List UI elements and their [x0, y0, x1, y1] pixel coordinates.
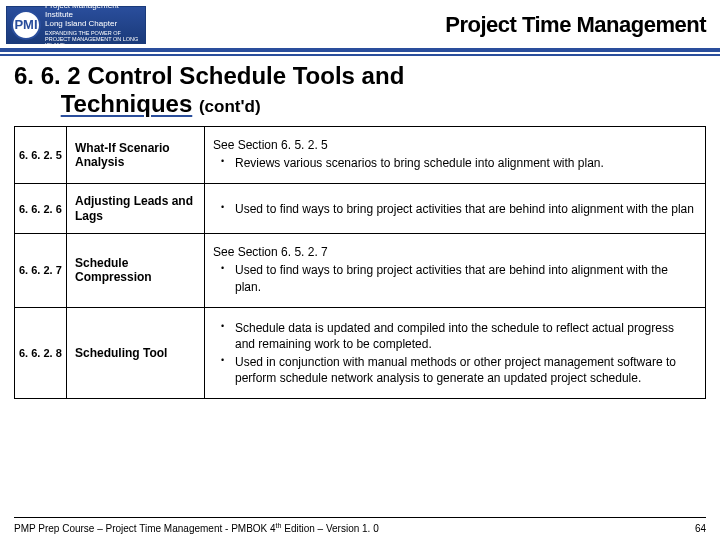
tool-name: Adjusting Leads and Lags [67, 184, 205, 234]
table-row: 6. 6. 2. 7Schedule CompressionSee Sectio… [15, 234, 706, 308]
tool-description: Schedule data is updated and compiled in… [205, 307, 706, 399]
bullet-item: Schedule data is updated and compiled in… [225, 320, 697, 352]
content-area: 6. 6. 2. 5What-If Scenario AnalysisSee S… [0, 120, 720, 399]
tool-name: What-If Scenario Analysis [67, 127, 205, 184]
row-number: 6. 6. 2. 7 [15, 234, 67, 308]
section-number: 6. 6. 2 [14, 62, 81, 89]
section-heading: 6. 6. 2 Control Schedule Tools and Techn… [0, 56, 720, 120]
logo-box: PMI Project Management Institute Long Is… [6, 6, 146, 44]
desc-intro: See Section 6. 5. 2. 7 [213, 244, 697, 260]
pmi-logo: PMI Project Management Institute Long Is… [6, 6, 146, 44]
table-row: 6. 6. 2. 6Adjusting Leads and LagsUsed t… [15, 184, 706, 234]
row-number: 6. 6. 2. 5 [15, 127, 67, 184]
row-number: 6. 6. 2. 8 [15, 307, 67, 399]
desc-intro: See Section 6. 5. 2. 5 [213, 137, 697, 153]
bullet-item: Used in conjunction with manual methods … [225, 354, 697, 386]
tool-name: Scheduling Tool [67, 307, 205, 399]
bullet-item: Reviews various scenarios to bring sched… [225, 155, 697, 171]
page-number: 64 [695, 523, 706, 534]
tool-description: See Section 6. 5. 2. 5Reviews various sc… [205, 127, 706, 184]
logo-line1: Project Management Institute [45, 2, 141, 20]
footer-pre: PMP Prep Course – Project Time Managemen… [14, 523, 276, 534]
bullet-list: Reviews various scenarios to bring sched… [213, 155, 697, 171]
page-title: Project Time Management [445, 12, 706, 38]
bullet-list: Used to find ways to bring project activ… [213, 262, 697, 294]
footer-post: Edition – Version 1. 0 [281, 523, 378, 534]
tools-table: 6. 6. 2. 5What-If Scenario AnalysisSee S… [14, 126, 706, 399]
bullet-list: Schedule data is updated and compiled in… [213, 320, 697, 387]
logo-text: Project Management Institute Long Island… [45, 2, 141, 48]
slide-header: PMI Project Management Institute Long Is… [0, 0, 720, 52]
table-row: 6. 6. 2. 5What-If Scenario AnalysisSee S… [15, 127, 706, 184]
footer-text: PMP Prep Course – Project Time Managemen… [14, 522, 379, 534]
tool-name: Schedule Compression [67, 234, 205, 308]
bullet-item: Used to find ways to bring project activ… [225, 262, 697, 294]
bullet-list: Used to find ways to bring project activ… [213, 201, 697, 217]
tool-description: Used to find ways to bring project activ… [205, 184, 706, 234]
section-suffix: (cont'd) [199, 97, 261, 116]
logo-line2: Long Island Chapter [45, 20, 141, 29]
slide-footer: PMP Prep Course – Project Time Managemen… [0, 522, 720, 534]
section-title-line1: Control Schedule Tools and [87, 62, 404, 89]
table-row: 6. 6. 2. 8Scheduling ToolSchedule data i… [15, 307, 706, 399]
logo-tagline: EXPANDING THE POWER OF PROJECT MANAGEMEN… [45, 30, 141, 48]
bullet-item: Used to find ways to bring project activ… [225, 201, 697, 217]
section-title-line2: Techniques [61, 90, 193, 117]
tool-description: See Section 6. 5. 2. 7Used to find ways … [205, 234, 706, 308]
row-number: 6. 6. 2. 6 [15, 184, 67, 234]
pmi-mark-icon: PMI [11, 10, 41, 40]
footer-rule [14, 517, 706, 518]
